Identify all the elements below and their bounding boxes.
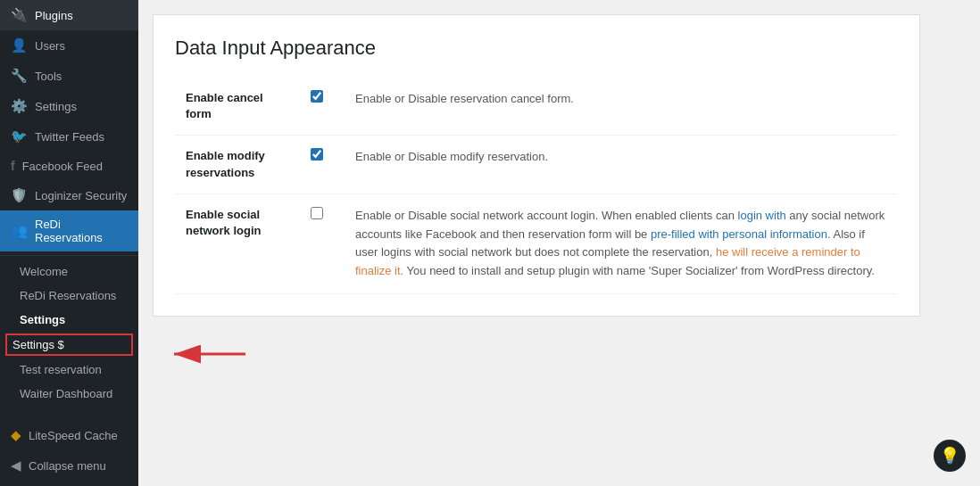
table-row: Enable modify reservations Enable or Dis…: [175, 136, 898, 194]
help-button[interactable]: 💡: [934, 440, 966, 472]
sidebar-item-users[interactable]: 👤 Users: [0, 30, 138, 61]
checkbox-enable-social-network-login[interactable]: [311, 207, 323, 219]
sidebar-bottom: ◆ LiteSpeed Cache ◀ Collapse menu: [0, 420, 138, 481]
redi-icon: 👥: [11, 223, 28, 239]
users-icon: 👤: [11, 37, 28, 54]
label-enable-modify-reservations: Enable modify reservations: [175, 136, 300, 194]
sidebar-item-facebook-feed[interactable]: f Facebook Feed: [0, 152, 138, 180]
loginizer-icon: 🛡️: [11, 187, 28, 203]
submenu-item-welcome[interactable]: Welcome: [0, 259, 138, 284]
sidebar-item-label: Loginizer Security: [35, 189, 127, 202]
submenu-item-test-reservation[interactable]: Test reservation: [0, 358, 138, 382]
settings-icon: ⚙️: [11, 98, 28, 114]
sidebar-item-label: Settings: [35, 100, 77, 113]
description-enable-social-network-login: Enable or Disable social network account…: [345, 194, 898, 293]
sidebar-item-label: Twitter Feeds: [35, 130, 104, 144]
sidebar-item-label: Collapse menu: [29, 459, 106, 473]
sidebar-item-label: Facebook Feed: [22, 160, 103, 173]
description-enable-cancel-form: Enable or Disable reservation cancel for…: [345, 78, 898, 136]
sidebar-item-redi-reservations[interactable]: 👥 ReDi Reservations: [0, 210, 138, 251]
settings-table: Enable cancel form Enable or Disable res…: [175, 78, 898, 294]
control-enable-social-network-login: [300, 194, 345, 293]
description-enable-modify-reservations: Enable or Disable modify reservation.: [345, 136, 898, 194]
sidebar-item-label: LiteSpeed Cache: [29, 429, 118, 442]
sidebar-item-label: ReDi Reservations: [35, 218, 128, 244]
control-enable-modify-reservations: [300, 136, 345, 194]
sidebar-item-label: Users: [35, 39, 65, 53]
table-row: Enable cancel form Enable or Disable res…: [175, 78, 898, 136]
page-title: Data Input Appearance: [175, 37, 898, 60]
plugins-icon: 🔌: [11, 7, 28, 23]
submenu-item-settings[interactable]: Settings: [0, 308, 138, 332]
red-arrow-icon: [165, 341, 254, 367]
sidebar-item-collapse[interactable]: ◀ Collapse menu: [0, 450, 138, 481]
control-enable-cancel-form: [300, 78, 345, 136]
table-row: Enable social network login Enable or Di…: [175, 194, 898, 293]
sidebar-item-twitter-feeds[interactable]: 🐦 Twitter Feeds: [0, 121, 138, 152]
help-icon: 💡: [940, 446, 959, 465]
label-enable-social-network-login: Enable social network login: [175, 194, 300, 293]
arrow-annotation: [165, 341, 254, 367]
sidebar-item-plugins[interactable]: 🔌 Plugins: [0, 0, 138, 30]
sidebar-item-label: Plugins: [35, 9, 73, 22]
label-enable-cancel-form: Enable cancel form: [175, 78, 300, 136]
tools-icon: 🔧: [11, 68, 28, 84]
litespeed-icon: ◆: [11, 427, 21, 443]
sidebar-item-litespeed[interactable]: ◆ LiteSpeed Cache: [0, 420, 138, 450]
submenu-item-waiter-dashboard[interactable]: Waiter Dashboard: [0, 382, 138, 406]
twitter-icon: 🐦: [11, 128, 28, 144]
sidebar-item-settings[interactable]: ⚙️ Settings: [0, 91, 138, 121]
facebook-icon: f: [11, 159, 15, 173]
sidebar-item-loginizer[interactable]: 🛡️ Loginizer Security: [0, 180, 138, 210]
sidebar-item-tools[interactable]: 🔧 Tools: [0, 61, 138, 91]
content-box: Data Input Appearance Enable cancel form…: [153, 14, 920, 317]
main-content: Data Input Appearance Enable cancel form…: [138, 0, 980, 486]
submenu-item-redi-res[interactable]: ReDi Reservations: [0, 284, 138, 308]
submenu-item-settings-s[interactable]: Settings $: [5, 334, 133, 356]
checkbox-enable-modify-reservations[interactable]: [311, 148, 323, 161]
checkbox-enable-cancel-form[interactable]: [311, 90, 323, 103]
sidebar: 🔌 Plugins 👤 Users 🔧 Tools ⚙️ Settings 🐦 …: [0, 0, 138, 486]
sidebar-submenu: Welcome ReDi Reservations Settings Setti…: [0, 255, 138, 406]
collapse-icon: ◀: [11, 457, 21, 474]
sidebar-item-label: Tools: [35, 70, 62, 83]
